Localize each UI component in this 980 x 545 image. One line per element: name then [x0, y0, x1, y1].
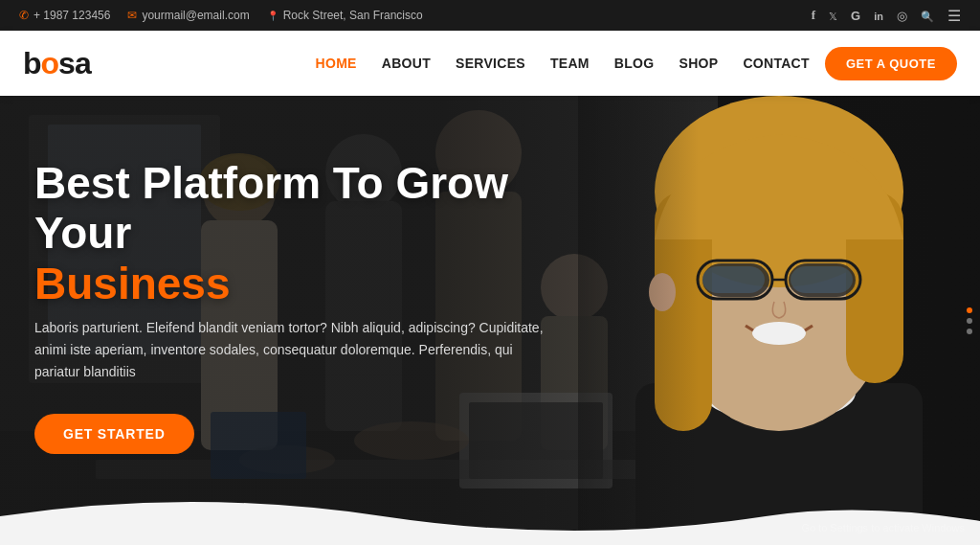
facebook-icon [812, 8, 815, 23]
phone-info: + 1987 123456 [19, 9, 110, 22]
top-bar: + 1987 123456 yourmail@email.com Rock St… [0, 0, 980, 31]
nav-contact[interactable]: CONTACT [733, 50, 819, 77]
search-link[interactable] [921, 9, 934, 23]
twitter-icon [829, 9, 837, 23]
email-address: yourmail@email.com [142, 9, 249, 22]
email-info: yourmail@email.com [127, 9, 249, 22]
nav-services[interactable]: SERVICES [446, 50, 535, 77]
menu-link[interactable] [947, 7, 961, 25]
phone-icon [19, 9, 29, 22]
nav-links: HOME ABOUT SERVICES TEAM BLOG SHOP CONTA… [306, 47, 957, 80]
hero-woman-image [578, 96, 980, 545]
phone-number: + 1987 123456 [33, 9, 110, 22]
hero-description: Laboris parturient. Eleifend blandit ven… [34, 317, 555, 383]
hamburger-icon [947, 7, 961, 25]
logo-rest: sa [58, 46, 91, 81]
location-text: Rock Street, San Francisco [283, 9, 423, 22]
email-icon [127, 9, 137, 22]
logo[interactable]: bosa [23, 46, 91, 81]
search-icon [921, 9, 934, 23]
top-bar-social [812, 7, 961, 25]
instagram-icon [897, 9, 907, 23]
scroll-dot-3[interactable] [967, 329, 972, 334]
navbar: bosa HOME ABOUT SERVICES TEAM BLOG SHOP … [0, 31, 980, 96]
linkedin-icon [874, 9, 883, 23]
google-icon [851, 9, 860, 23]
nav-blog[interactable]: BLOG [605, 50, 664, 77]
hero-title-line2: Business [34, 259, 231, 308]
google-link[interactable] [851, 9, 860, 23]
hero-wave [0, 488, 980, 545]
get-started-button[interactable]: GET STARTED [34, 414, 194, 454]
nav-home[interactable]: HOME [306, 50, 367, 77]
scroll-dot-2[interactable] [967, 318, 972, 324]
twitter-link[interactable] [829, 9, 837, 23]
location-info: Rock Street, San Francisco [267, 9, 423, 22]
nav-shop[interactable]: SHOP [670, 50, 728, 77]
linkedin-link[interactable] [874, 9, 883, 23]
windows-watermark: Go to Settings to activate Windows [801, 522, 965, 534]
top-bar-contact-info: + 1987 123456 yourmail@email.com Rock St… [19, 9, 423, 22]
woman-svg [578, 96, 980, 545]
hero-title: Best Platform To Grow Your Business [34, 158, 555, 310]
logo-text: b [23, 46, 41, 81]
nav-about[interactable]: ABOUT [372, 50, 440, 77]
hero-content: Best Platform To Grow Your Business Labo… [0, 96, 593, 545]
nav-team[interactable]: TEAM [541, 50, 599, 77]
logo-dot: o [41, 46, 59, 81]
get-quote-button[interactable]: GET A QUOTE [825, 47, 957, 80]
scroll-dot-1[interactable] [967, 307, 972, 313]
hero-section: Best Platform To Grow Your Business Labo… [0, 96, 980, 545]
instagram-link[interactable] [897, 9, 907, 23]
hero-title-line1: Best Platform To Grow Your [34, 158, 508, 259]
pin-icon [267, 11, 278, 21]
svg-rect-35 [578, 96, 980, 545]
scroll-indicator [967, 307, 972, 334]
facebook-link[interactable] [812, 8, 815, 23]
